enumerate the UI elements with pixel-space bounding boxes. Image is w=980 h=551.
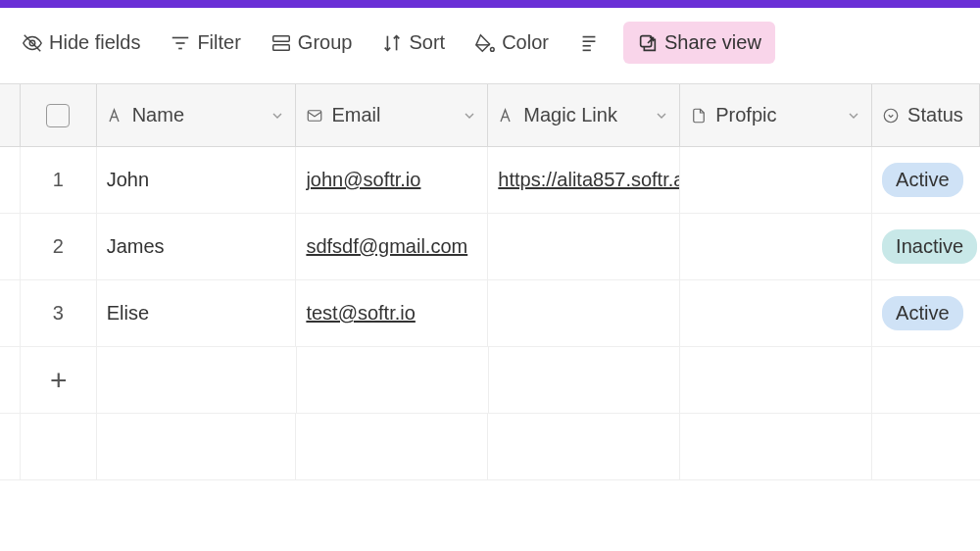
table-row[interactable]: 2Jamessdfsdf@gmail.comInactive bbox=[0, 214, 980, 280]
svg-rect-5 bbox=[273, 35, 290, 41]
group-button[interactable]: Group bbox=[257, 22, 367, 64]
column-label: Profpic bbox=[715, 104, 776, 126]
color-button[interactable]: Color bbox=[461, 22, 563, 64]
filter-icon bbox=[170, 32, 191, 54]
row-number: 3 bbox=[20, 280, 97, 346]
select-all-checkbox[interactable] bbox=[46, 104, 70, 127]
row-number: 1 bbox=[20, 147, 97, 213]
sort-button[interactable]: Sort bbox=[368, 22, 459, 64]
add-row[interactable]: + bbox=[0, 347, 980, 414]
share-view-button[interactable]: Share view bbox=[623, 22, 775, 64]
paint-bucket-icon bbox=[474, 32, 496, 54]
column-header-email[interactable]: Email bbox=[296, 84, 488, 146]
row-height-button[interactable] bbox=[564, 23, 613, 64]
hide-fields-button[interactable]: Hide fields bbox=[8, 22, 154, 64]
eye-off-icon bbox=[22, 32, 43, 54]
toolbar: Hide fields Filter Group Sort Color Shar… bbox=[0, 8, 980, 77]
svg-point-7 bbox=[491, 47, 495, 51]
column-header-magic-link[interactable]: Magic Link bbox=[488, 84, 680, 146]
color-label: Color bbox=[502, 31, 549, 54]
cell-email[interactable]: john@softr.io bbox=[296, 147, 488, 213]
group-label: Group bbox=[298, 31, 353, 54]
add-row-icon[interactable]: + bbox=[20, 347, 97, 413]
svg-rect-14 bbox=[309, 110, 322, 121]
group-icon bbox=[270, 32, 292, 54]
sort-icon bbox=[381, 32, 403, 54]
column-header-name[interactable]: Name bbox=[97, 84, 297, 146]
cell-status[interactable]: Active bbox=[872, 147, 980, 213]
column-header-profpic[interactable]: Profpic bbox=[680, 84, 872, 146]
share-view-label: Share view bbox=[664, 31, 761, 54]
cell-magic-link[interactable]: https://alita857.softr.app/... bbox=[488, 147, 680, 213]
cell-email[interactable]: test@softr.io bbox=[296, 280, 488, 346]
chevron-down-icon[interactable] bbox=[462, 108, 477, 124]
svg-point-16 bbox=[884, 109, 898, 123]
cell-name[interactable]: James bbox=[97, 214, 297, 279]
filter-label: Filter bbox=[197, 31, 240, 54]
cell-email[interactable]: sdfsdf@gmail.com bbox=[296, 214, 488, 279]
cell-magic-link[interactable] bbox=[488, 214, 680, 279]
text-field-icon bbox=[498, 107, 515, 125]
blank-row bbox=[0, 414, 980, 480]
column-label: Name bbox=[132, 104, 184, 126]
row-number: 2 bbox=[20, 214, 97, 279]
table-header-row: Name Email Magic Link Profpic Status bbox=[0, 84, 980, 147]
share-icon bbox=[637, 32, 659, 54]
header-leading-gap bbox=[0, 84, 20, 146]
email-field-icon bbox=[306, 107, 323, 125]
header-checkbox-cell[interactable] bbox=[20, 84, 97, 146]
column-label: Email bbox=[331, 104, 380, 126]
cell-profpic[interactable] bbox=[680, 280, 872, 346]
column-label: Status bbox=[907, 104, 963, 126]
data-grid: Name Email Magic Link Profpic Status 1Jo… bbox=[0, 83, 980, 480]
table-row[interactable]: 3Elisetest@softr.ioActive bbox=[0, 280, 980, 347]
filter-button[interactable]: Filter bbox=[156, 22, 254, 64]
status-badge: Active bbox=[882, 163, 962, 197]
cell-profpic[interactable] bbox=[680, 214, 872, 279]
table-row[interactable]: 1Johnjohn@softr.iohttps://alita857.softr… bbox=[0, 147, 980, 214]
hide-fields-label: Hide fields bbox=[49, 31, 140, 54]
attachment-field-icon bbox=[690, 107, 708, 125]
single-select-icon bbox=[882, 107, 900, 125]
chevron-down-icon[interactable] bbox=[270, 108, 285, 124]
status-badge: Inactive bbox=[882, 229, 977, 264]
cell-name[interactable]: Elise bbox=[97, 280, 297, 346]
chevron-down-icon[interactable] bbox=[654, 108, 669, 124]
app-top-bar bbox=[0, 0, 980, 8]
cell-magic-link[interactable] bbox=[488, 280, 680, 346]
cell-name[interactable]: John bbox=[97, 147, 297, 213]
status-badge: Active bbox=[882, 296, 962, 330]
cell-profpic[interactable] bbox=[680, 147, 872, 213]
svg-rect-6 bbox=[273, 44, 290, 50]
chevron-down-icon[interactable] bbox=[846, 108, 861, 124]
sort-label: Sort bbox=[409, 31, 445, 54]
cell-status[interactable]: Active bbox=[872, 280, 980, 346]
row-height-icon bbox=[578, 32, 600, 54]
text-field-icon bbox=[107, 107, 124, 125]
column-label: Magic Link bbox=[523, 104, 617, 126]
column-header-status[interactable]: Status bbox=[872, 84, 980, 146]
cell-status[interactable]: Inactive bbox=[872, 214, 980, 279]
